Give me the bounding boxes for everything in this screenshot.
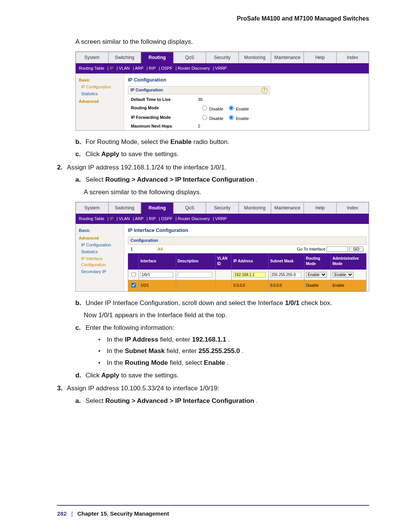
tab-help[interactable]: Help: [304, 52, 336, 63]
sidebar-basic[interactable]: Basic: [79, 77, 121, 83]
routing-mode-enable-radio[interactable]: [229, 105, 234, 110]
admin-mode-select[interactable]: Enable: [333, 272, 354, 278]
tab-maintenance[interactable]: Maintenance: [271, 52, 304, 63]
sidebar-ip-config[interactable]: IP Configuration: [81, 84, 121, 90]
subnav-item[interactable]: VRRP: [215, 216, 227, 221]
subnav-item[interactable]: Router Discovery: [178, 66, 210, 70]
routing-mode-disable[interactable]: Disable: [200, 104, 223, 112]
tab-switching[interactable]: Switching: [108, 202, 141, 214]
tab-routing[interactable]: Routing: [141, 52, 174, 63]
b1-val: 192.168.1.1: [192, 336, 226, 343]
table-row[interactable]: 1/0/1 0.0.0.0 0.0.0.0 Disable Enable: [128, 280, 366, 291]
subnav-item[interactable]: VLAN: [119, 216, 130, 221]
footer-chapter: Chapter 15. Security Management: [77, 510, 169, 517]
tab-help[interactable]: Help: [304, 202, 336, 214]
routing-mode-select[interactable]: Enable: [306, 272, 327, 278]
tab-qos[interactable]: QoS: [174, 52, 206, 63]
routing-mode-enable[interactable]: Enable: [227, 104, 249, 112]
ip-forwarding-label: IP Forwarding Mode: [128, 113, 195, 123]
subnav-item[interactable]: Routing Table: [79, 66, 104, 70]
sidebar-advanced[interactable]: Advanced: [79, 235, 121, 241]
subnet-mask-input[interactable]: [270, 272, 301, 278]
all-label[interactable]: All: [135, 246, 185, 252]
tab-system[interactable]: System: [76, 52, 108, 63]
go-button[interactable]: GO: [349, 246, 363, 252]
help-icon[interactable]: ?: [261, 87, 268, 93]
row-checkbox[interactable]: [131, 283, 136, 288]
tab-index[interactable]: Index: [336, 202, 369, 214]
b3-bold: Routing Mode: [125, 359, 168, 366]
tab-security[interactable]: Security: [206, 202, 239, 214]
group-label: IP Configuration: [131, 87, 163, 93]
cell-ip: 0.0.0.0: [232, 280, 269, 291]
disable-label: Disable: [209, 107, 223, 111]
step-b-tail: radio button.: [193, 138, 229, 145]
subnav-item[interactable]: IP: [110, 66, 113, 70]
sidebar-secondary-ip[interactable]: Secondary IP: [81, 269, 121, 275]
subnav-item[interactable]: Routing Table: [79, 216, 104, 221]
ttl-label: Default Time to Live: [128, 96, 195, 104]
description-input[interactable]: [178, 272, 213, 278]
step-3: Assign IP address 10.100.5.33/24 to inte…: [67, 385, 219, 392]
sidebar-statistics[interactable]: Statistics: [81, 91, 121, 97]
step-2a-bold: Routing > Advanced > IP Interface Config…: [105, 176, 254, 183]
step-c-tail: to save the settings.: [121, 150, 178, 158]
tab-qos[interactable]: QoS: [174, 202, 206, 214]
sidebar-basic[interactable]: Basic: [79, 228, 121, 234]
sidebar-ip-interface-config[interactable]: IP Interface Configuration: [81, 256, 121, 268]
ip-forwarding-enable-radio[interactable]: [229, 115, 234, 120]
tab-security[interactable]: Security: [206, 52, 239, 63]
tab-monitoring[interactable]: Monitoring: [239, 52, 271, 63]
row-checkbox[interactable]: [131, 272, 136, 277]
tab-switching[interactable]: Switching: [108, 52, 141, 63]
tab-monitoring[interactable]: Monitoring: [239, 202, 271, 214]
subnav-item[interactable]: ARP: [135, 66, 143, 70]
b2-post: .: [242, 347, 244, 355]
main-tabs: System Switching Routing QoS Security Mo…: [76, 52, 369, 64]
routing-mode-label: Routing Mode: [128, 104, 195, 113]
intro-text-1: A screen similar to the following displa…: [75, 37, 369, 47]
subnav-item[interactable]: VRRP: [215, 66, 227, 70]
ip-address-input[interactable]: [233, 272, 266, 278]
b1-mid: field, enter: [160, 336, 192, 343]
subnav-item[interactable]: Router Discovery: [178, 216, 210, 221]
sidebar-statistics[interactable]: Statistics: [81, 249, 121, 255]
subnav-item[interactable]: OSPF: [161, 216, 172, 221]
max-next-hops-label: Maximum Next Hops: [128, 123, 195, 130]
enable-label: Enable: [236, 116, 249, 121]
sidebar-advanced[interactable]: Advanced: [79, 99, 121, 105]
ip-forwarding-disable[interactable]: Disable: [200, 114, 223, 122]
tab-system[interactable]: System: [76, 202, 108, 214]
routing-mode-disable-radio[interactable]: [202, 105, 207, 110]
tab-routing[interactable]: Routing: [141, 202, 174, 214]
group-label: Configuration: [131, 238, 158, 244]
subnav-item[interactable]: RIP: [149, 66, 156, 70]
b1-bold: IP Address: [125, 336, 158, 343]
cell-routing-mode: Disable: [304, 280, 331, 291]
ttl-value: 30: [195, 96, 252, 104]
tab-maintenance[interactable]: Maintenance: [271, 202, 304, 214]
subnav-item[interactable]: ARP: [135, 216, 143, 221]
subnav-item[interactable]: RIP: [149, 216, 156, 221]
subnav-item[interactable]: VLAN: [119, 66, 130, 70]
cell-admin-mode: Enable: [331, 280, 366, 291]
step-c-bold: Apply: [101, 150, 119, 158]
interface-input[interactable]: [140, 272, 173, 278]
step-2: Assign IP address 192.168.1.1/24 to the …: [67, 164, 226, 171]
col-routing-mode: Routing Mode: [304, 253, 331, 269]
ip-forwarding-disable-radio[interactable]: [202, 115, 207, 120]
tab-index[interactable]: Index: [336, 52, 369, 63]
step-3a-bold: Routing > Advanced > IP Interface Config…: [105, 397, 254, 404]
page-title: IP Interface Configuration: [128, 227, 366, 234]
subnav-item[interactable]: IP: [110, 216, 113, 221]
subnav-item[interactable]: OSPF: [161, 66, 172, 70]
step-2b-note: Now 1/0/1 appears in the Interface field…: [84, 311, 369, 320]
step-2a-pre: Select: [86, 176, 105, 183]
goto-interface-input[interactable]: [327, 246, 348, 252]
enable-label: Enable: [236, 107, 249, 111]
table-row: Enable Enable: [128, 269, 366, 280]
ip-forwarding-enable[interactable]: Enable: [227, 114, 249, 122]
sidebar-ip-config[interactable]: IP Configuration: [81, 242, 121, 248]
main-tabs: System Switching Routing QoS Security Mo…: [76, 202, 369, 214]
step-2a-post: .: [256, 176, 258, 183]
